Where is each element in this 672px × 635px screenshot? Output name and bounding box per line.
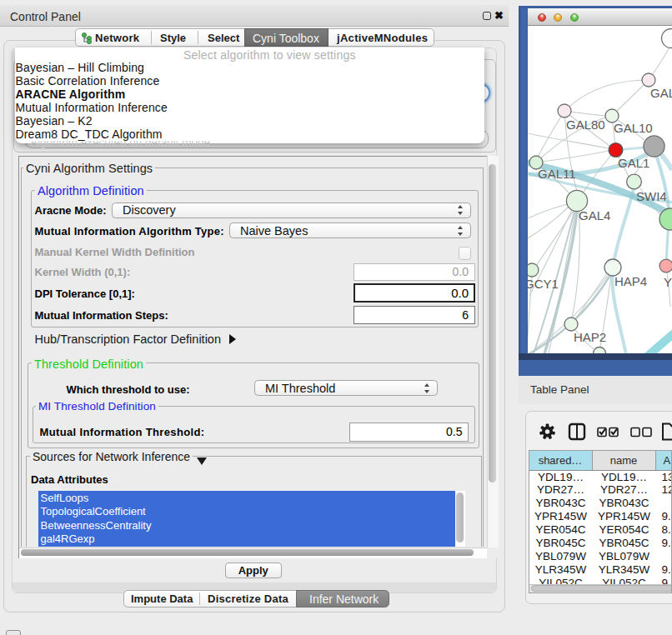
svg-text:YB: YB: [664, 275, 672, 289]
svg-text:GAL1: GAL1: [618, 156, 649, 170]
svg-text:GAL4: GAL4: [579, 208, 610, 222]
svg-text:GCY1: GCY1: [528, 277, 559, 291]
svg-text:HAP4: HAP4: [614, 274, 647, 288]
svg-text:GAL80: GAL80: [566, 118, 605, 132]
svg-text:HAP2: HAP2: [574, 330, 606, 344]
svg-text:GAL11: GAL11: [538, 167, 576, 181]
svg-text:GAL2: GAL2: [650, 86, 672, 100]
svg-text:SWI4: SWI4: [636, 189, 667, 203]
svg-text:GAL10: GAL10: [614, 121, 653, 135]
